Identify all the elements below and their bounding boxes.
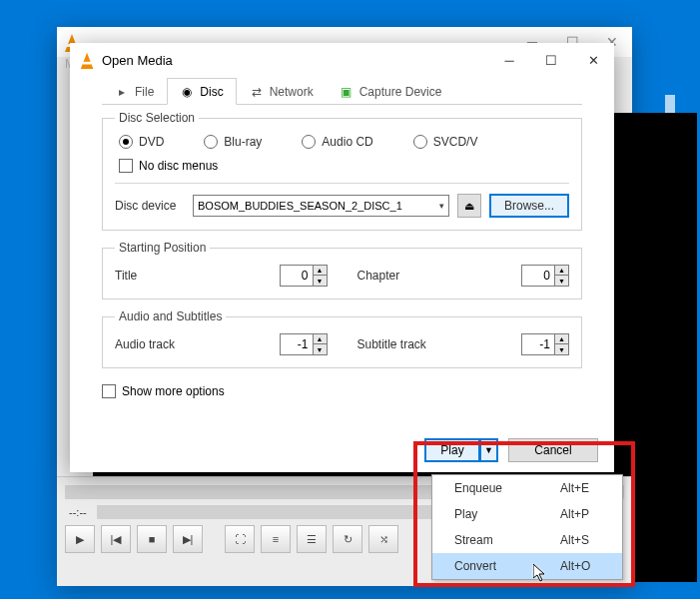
group-legend: Disc Selection [115,111,199,125]
dialog-close-icon[interactable]: ✕ [572,43,614,77]
starting-position-group: Starting Position Title ▲▼ Chapter ▲▼ [102,241,582,300]
tab-label: Network [270,85,314,99]
next-icon[interactable]: ▶| [173,525,203,553]
eject-button[interactable]: ⏏ [457,194,481,218]
audio-track-stepper[interactable]: ▲▼ [280,333,328,355]
tab-capture[interactable]: ▣ Capture Device [327,78,455,105]
play-dropdown-menu: EnqueueAlt+E PlayAlt+P StreamAlt+S Conve… [431,474,623,580]
file-icon: ▸ [115,85,129,99]
tab-file[interactable]: ▸ File [102,78,167,105]
vlc-cone-icon [81,51,95,69]
radio-dvd[interactable]: DVD [119,135,164,149]
menu-play[interactable]: PlayAlt+P [432,501,622,527]
dialog-minimize-icon[interactable]: ─ [488,43,530,77]
subtitle-track-label: Subtitle track [357,337,522,351]
tab-label: File [135,85,154,99]
stop-icon[interactable]: ■ [137,525,167,553]
disc-device-select[interactable]: BOSOM_BUDDIES_SEASON_2_DISC_1 ▾ [193,195,449,217]
group-legend: Starting Position [115,241,210,255]
spin-up-icon[interactable]: ▲ [313,266,327,276]
disc-icon: ◉ [180,85,194,99]
tab-bar: ▸ File ◉ Disc ⇄ Network ▣ Capture Device [102,77,582,105]
spin-up-icon[interactable]: ▲ [554,266,568,276]
fullscreen-icon[interactable]: ⛶ [225,525,255,553]
show-more-checkbox[interactable] [102,384,116,398]
chevron-down-icon: ▾ [439,201,444,211]
subtitle-track-stepper[interactable]: ▲▼ [521,333,569,355]
spin-down-icon[interactable]: ▼ [554,276,568,286]
network-icon: ⇄ [250,85,264,99]
play-button: Play [424,438,480,462]
chapter-stepper[interactable]: ▲▼ [521,265,569,287]
spin-up-icon[interactable]: ▲ [554,334,568,344]
dialog-title: Open Media [102,53,173,68]
menu-stream[interactable]: StreamAlt+S [432,527,622,553]
playlist-icon[interactable]: ☰ [297,525,327,553]
play-split-button[interactable]: Play ▼ [424,438,498,462]
spin-down-icon[interactable]: ▼ [313,276,327,286]
disc-selection-group: Disc Selection DVD Blu-ray Audio CD SVCD… [102,111,582,231]
no-disc-menus-label: No disc menus [139,159,218,173]
radio-bluray[interactable]: Blu-ray [204,135,262,149]
radio-svcd[interactable]: SVCD/V [413,135,478,149]
menu-convert[interactable]: ConvertAlt+O [432,553,622,579]
prev-icon[interactable]: |◀ [101,525,131,553]
loop-icon[interactable]: ↻ [333,525,362,553]
ext-icon[interactable]: ≡ [261,525,291,553]
tab-network[interactable]: ⇄ Network [237,78,327,105]
no-disc-menus-checkbox[interactable] [119,159,133,173]
spin-down-icon[interactable]: ▼ [313,344,327,354]
subtitle-track-input[interactable] [522,334,554,354]
time-elapsed: --:-- [69,506,87,518]
play-icon[interactable]: ▶ [65,525,95,553]
show-more-options[interactable]: Show more options [102,384,225,398]
title-label: Title [115,269,280,283]
open-media-dialog: Open Media ─ ☐ ✕ ▸ File ◉ Disc ⇄ Network… [70,43,614,472]
tab-label: Capture Device [359,85,442,99]
dialog-maximize-icon[interactable]: ☐ [530,43,572,77]
title-stepper[interactable]: ▲▼ [280,265,328,287]
tab-disc[interactable]: ◉ Disc [167,78,236,105]
audio-subtitles-group: Audio and Subtitles Audio track ▲▼ Subti… [102,309,582,368]
radio-audiocd[interactable]: Audio CD [302,135,372,149]
chapter-label: Chapter [357,269,522,283]
menu-enqueue[interactable]: EnqueueAlt+E [432,475,622,501]
title-input[interactable] [281,266,313,286]
audio-track-label: Audio track [115,337,280,351]
play-dropdown-toggle[interactable]: ▼ [480,438,498,462]
audio-track-input[interactable] [281,334,313,354]
group-legend: Audio and Subtitles [115,309,226,323]
spin-down-icon[interactable]: ▼ [554,344,568,354]
disc-device-label: Disc device [115,199,185,213]
random-icon[interactable]: ⤭ [368,525,398,553]
cancel-button[interactable]: Cancel [508,438,598,462]
chapter-input[interactable] [522,266,554,286]
capture-icon: ▣ [340,85,353,99]
spin-up-icon[interactable]: ▲ [313,334,327,344]
tab-label: Disc [200,85,223,99]
browse-button[interactable]: Browse... [489,194,569,218]
cursor-icon [533,564,547,585]
